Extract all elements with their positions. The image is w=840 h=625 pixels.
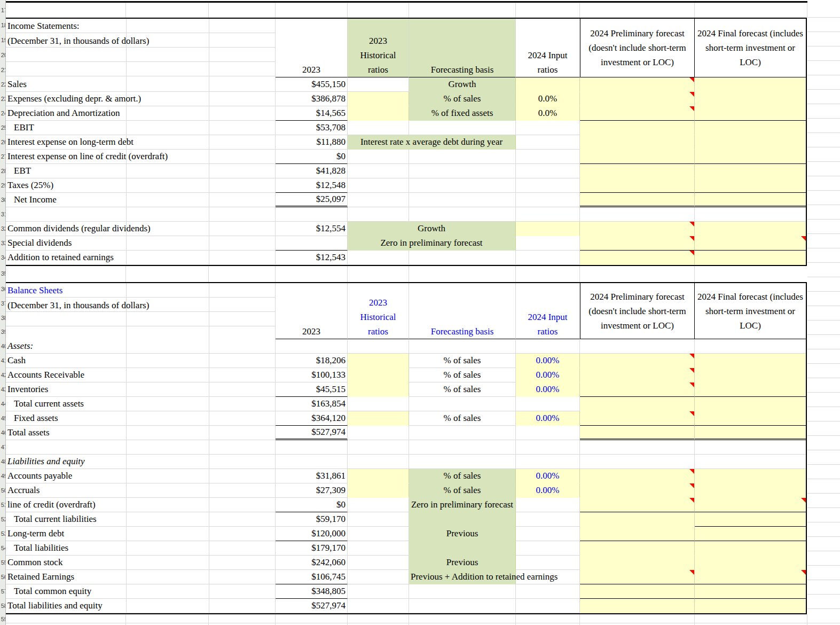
final-forecast-cell[interactable] [695,222,806,236]
final-forecast-cell[interactable] [695,164,806,178]
prelim-forecast-cell[interactable] [580,411,695,426]
col-header-preliminary-forecast: 2024 Preliminary forecast (doesn't inclu… [580,19,695,77]
forecast-basis: % of sales [409,411,516,426]
final-forecast-cell[interactable] [695,92,806,106]
input-ratio-cell[interactable] [516,77,580,92]
input-ratio-cell[interactable]: 0.00% [516,483,580,498]
prelim-forecast-cell[interactable] [580,251,695,265]
final-forecast-cell[interactable] [695,556,806,570]
prelim-forecast-cell[interactable] [580,382,695,397]
prelim-forecast-cell[interactable] [580,570,695,584]
prelim-forecast-cell[interactable] [580,469,695,483]
final-forecast-cell[interactable] [695,512,806,527]
final-forecast-cell[interactable] [695,354,806,368]
prelim-forecast-cell[interactable] [580,222,695,236]
label: Net Income [6,193,276,207]
income-header-row: Income Statements: (December 31, in thou… [6,19,806,77]
prelim-forecast-cell[interactable] [580,397,695,411]
value-2023: $348,805 [276,584,348,599]
final-forecast-cell[interactable] [695,121,806,135]
input-ratio-cell[interactable] [516,222,580,236]
final-forecast-cell[interactable] [695,251,806,265]
forecast-basis: Growth [409,77,516,92]
final-forecast-cell[interactable] [695,382,806,397]
final-forecast-cell[interactable] [695,150,806,164]
input-ratio-cell[interactable]: 0.00% [516,354,580,368]
row-header: 29 [0,178,5,193]
value-2023: $163,854 [276,397,348,411]
prelim-forecast-cell[interactable] [580,121,695,135]
label: Total common equity [6,584,276,599]
prelim-forecast-cell[interactable] [580,426,695,440]
final-forecast-cell[interactable] [695,368,806,382]
input-ratio-cell[interactable]: 0.00% [516,469,580,483]
input-ratio-cell [516,251,580,265]
final-forecast-cell[interactable] [695,236,806,251]
prelim-forecast-cell[interactable] [580,527,695,541]
final-forecast-cell[interactable] [695,106,806,121]
prelim-forecast-cell[interactable] [580,135,695,150]
hist-ratio-cell [348,541,409,556]
final-forecast-cell[interactable] [695,541,806,556]
final-forecast-cell[interactable] [695,426,806,440]
row-header: 27 [0,150,5,164]
prelim-forecast-cell[interactable] [580,368,695,382]
final-forecast-cell[interactable] [695,77,806,92]
row-header: 47 [0,440,5,455]
final-forecast-cell[interactable] [695,469,806,483]
row-total-common-equity: Total common equity $348,805 [6,584,806,599]
prelim-forecast-cell[interactable] [580,483,695,498]
col-header-final-forecast: 2024 Final forecast (includes short-term… [695,19,806,77]
row-special-dividends: Special dividends Zero in preliminary fo… [6,236,806,251]
final-forecast-cell[interactable] [695,193,806,207]
hist-ratio-cell [348,178,409,193]
row-interest-loc: Interest expense on line of credit (over… [6,150,806,164]
row-header: 33 [0,236,5,251]
prelim-forecast-cell[interactable] [580,77,695,92]
final-forecast-cell[interactable] [695,498,806,512]
input-ratio-cell[interactable]: 0.00% [516,411,580,426]
gridline [579,614,580,625]
prelim-forecast-cell[interactable] [580,354,695,368]
row-accruals: Accruals $27,309 % of sales 0.00% [6,483,806,498]
final-forecast-cell[interactable] [695,599,806,613]
prelim-forecast-cell[interactable] [580,178,695,193]
prelim-forecast-cell[interactable] [580,541,695,556]
row-header: 37 [0,296,5,311]
row-retained-earnings: Retained Earnings $106,745 Previous + Ad… [6,570,806,584]
spreadsheet: 1718192021222324252627282930313233343536… [0,0,840,625]
final-forecast-cell[interactable] [695,135,806,150]
prelim-forecast-cell[interactable] [580,498,695,512]
prelim-forecast-cell[interactable] [580,164,695,178]
cell [516,207,580,222]
prelim-forecast-cell[interactable] [580,150,695,164]
prelim-forecast-cell[interactable] [580,584,695,599]
input-ratio-cell[interactable]: 0.00% [516,382,580,397]
final-forecast-cell[interactable] [695,584,806,599]
prelim-forecast-cell[interactable] [580,106,695,121]
final-forecast-cell[interactable] [695,570,806,584]
row-taxes: Taxes (25%) $12,548 [6,178,806,193]
prelim-forecast-cell[interactable] [580,556,695,570]
cell [348,455,409,469]
prelim-forecast-cell[interactable] [580,236,695,251]
final-forecast-cell[interactable] [695,178,806,193]
row-header: 59 [0,613,5,625]
hist-ratio-cell [348,150,409,164]
final-forecast-cell[interactable] [695,527,806,541]
input-ratio-cell[interactable]: 0.0% [516,92,580,106]
forecast-basis: % of sales [409,469,516,483]
input-ratio-cell[interactable]: 0.0% [516,106,580,121]
final-forecast-cell[interactable] [695,483,806,498]
row-total-liabilities: Total liabilities $179,170 [6,541,806,556]
prelim-forecast-cell[interactable] [580,512,695,527]
row-header: 19 [0,33,5,48]
input-ratio-cell[interactable]: 0.00% [516,368,580,382]
prelim-forecast-cell[interactable] [580,193,695,207]
hist-ratio-cell [348,411,409,426]
prelim-forecast-cell[interactable] [580,92,695,106]
final-forecast-cell[interactable] [695,397,806,411]
final-forecast-cell[interactable] [695,411,806,426]
prelim-forecast-cell[interactable] [580,599,695,613]
label: Total current assets [6,397,276,411]
